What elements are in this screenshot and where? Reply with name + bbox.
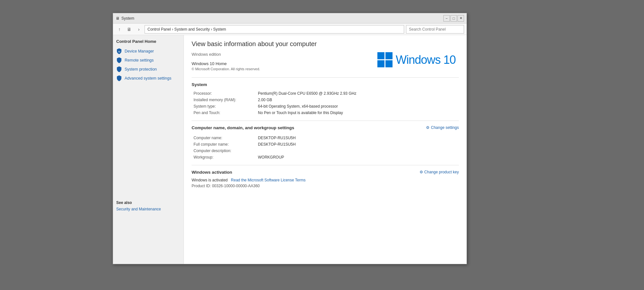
maximize-button[interactable]: □	[450, 15, 457, 22]
divider-3	[192, 165, 459, 165]
computer-section-row: Computer name, domain, and workgroup set…	[192, 125, 459, 133]
device-manager-link[interactable]: Device Manager	[125, 49, 154, 53]
see-also-title: See also	[116, 200, 180, 205]
flag-pane-tr	[385, 52, 393, 59]
system-info-table: Processor: Pentium(R) Dual-Core CPU E650…	[192, 90, 459, 116]
pen-value: No Pen or Touch Input is available for t…	[256, 110, 459, 116]
close-button[interactable]: ✕	[458, 15, 464, 22]
sidebar-item-protection[interactable]: System protection	[116, 66, 180, 72]
change-product-link[interactable]: ⚙ Change product key	[420, 170, 459, 174]
title-bar-controls: − □ ✕	[443, 15, 464, 22]
windows10-text: Windows 10	[396, 53, 456, 67]
system-window: 🖥 System − □ ✕ ↑ 🖥 › Control Panel › Sys…	[113, 13, 467, 264]
type-row: System type: 64-bit Operating System, x6…	[192, 103, 459, 110]
sidebar-title: Control Panel Home	[116, 39, 180, 44]
copyright-text: © Microsoft Corporation. All rights rese…	[192, 67, 459, 71]
back-button[interactable]: ↑	[116, 25, 123, 33]
main-area: Control Panel Home M Device Manager Remo…	[113, 35, 467, 264]
shield-icon-advanced	[116, 75, 122, 81]
workgroup-value: WORKGROUP	[256, 154, 459, 160]
computer-section-heading: Computer name, domain, and workgroup set…	[192, 125, 294, 130]
description-value	[256, 148, 459, 154]
gear-icon-2: ⚙	[420, 170, 423, 174]
divider-1	[192, 77, 459, 78]
system-protection-link[interactable]: System protection	[125, 67, 157, 72]
shield-icon-protection	[116, 66, 122, 72]
pen-row: Pen and Touch: No Pen or Touch Input is …	[192, 110, 459, 116]
description-label: Computer description:	[192, 148, 256, 154]
processor-value: Pentium(R) Dual-Core CPU E6500 @ 2.93GHz…	[256, 90, 459, 97]
full-name-row: Full computer name: DESKTOP-RU1SU5H	[192, 141, 459, 148]
ram-row: Installed memory (RAM): 2.00 GB	[192, 97, 459, 103]
activation-section-row: Windows activation Windows is activated …	[192, 170, 459, 188]
computer-info-table: Computer name: DESKTOP-RU1SU5H Full comp…	[192, 135, 459, 160]
workgroup-row: Workgroup: WORKGROUP	[192, 154, 459, 160]
change-settings-link[interactable]: ⚙ Change settings	[426, 125, 459, 130]
title-bar: 🖥 System − □ ✕	[113, 13, 467, 24]
windows-flag-icon	[377, 52, 393, 67]
change-product-label: Change product key	[424, 170, 459, 174]
content-area: View basic information about your comput…	[184, 35, 467, 264]
ram-label: Installed memory (RAM):	[192, 97, 256, 103]
svg-text:M: M	[118, 50, 120, 53]
breadcrumb[interactable]: Control Panel › System and Security › Sy…	[145, 25, 404, 34]
processor-row: Processor: Pentium(R) Dual-Core CPU E650…	[192, 90, 459, 97]
sidebar: Control Panel Home M Device Manager Remo…	[113, 35, 184, 264]
flag-pane-bl	[377, 60, 384, 67]
page-title: View basic information about your comput…	[192, 40, 459, 48]
processor-label: Processor:	[192, 90, 256, 97]
type-value: 64-bit Operating System, x64-based proce…	[256, 103, 459, 110]
system-section-heading: System	[192, 82, 459, 87]
product-id-row: Product ID: 00326-10000-00000-AA360	[192, 184, 306, 188]
minimize-button[interactable]: −	[443, 15, 450, 22]
breadcrumb-arrow: ›	[135, 25, 143, 33]
shield-icon-remote	[116, 57, 122, 63]
computer-name-label: Computer name:	[192, 135, 256, 141]
sidebar-item-device-manager[interactable]: M Device Manager	[116, 48, 180, 54]
windows-logo-area: Windows 10	[377, 52, 456, 67]
activation-section-heading: Windows activation	[192, 170, 306, 175]
window-title-text: System	[121, 16, 134, 21]
sidebar-item-remote[interactable]: Remote settings	[116, 57, 180, 63]
full-name-label: Full computer name:	[192, 141, 256, 148]
window-title-icon: 🖥	[116, 16, 119, 21]
computer-name-row: Computer name: DESKTOP-RU1SU5H	[192, 135, 459, 141]
breadcrumb-text: Control Panel › System and Security › Sy…	[147, 27, 226, 32]
shield-icon-device: M	[116, 48, 122, 54]
security-maintenance-link[interactable]: Security and Maintenance	[116, 207, 180, 211]
type-label: System type:	[192, 103, 256, 110]
flag-pane-br	[385, 60, 393, 67]
gear-icon: ⚙	[426, 125, 430, 130]
remote-settings-link[interactable]: Remote settings	[125, 58, 154, 63]
full-name-value: DESKTOP-RU1SU5H	[256, 141, 459, 148]
license-link[interactable]: Read the Microsoft Software License Term…	[231, 178, 306, 182]
description-row: Computer description:	[192, 148, 459, 154]
ram-value: 2.00 GB	[256, 97, 459, 103]
computer-icon: 🖥	[125, 25, 133, 33]
title-bar-left: 🖥 System	[116, 16, 134, 21]
flag-pane-tl	[377, 52, 384, 59]
change-settings-label: Change settings	[431, 125, 459, 130]
pen-label: Pen and Touch:	[192, 110, 256, 116]
advanced-system-link[interactable]: Advanced system settings	[125, 76, 171, 81]
workgroup-label: Workgroup:	[192, 154, 256, 160]
product-id-value: 00326-10000-00000-AA360	[212, 184, 260, 188]
activation-status-text: Windows is activated	[192, 178, 228, 182]
sidebar-item-advanced[interactable]: Advanced system settings	[116, 75, 180, 81]
activation-status: Windows is activated Read the Microsoft …	[192, 178, 306, 182]
product-id-label: Product ID:	[192, 184, 211, 188]
divider-2	[192, 121, 459, 121]
search-input[interactable]	[406, 25, 464, 34]
address-bar: ↑ 🖥 › Control Panel › System and Securit…	[113, 24, 467, 35]
computer-name-value: DESKTOP-RU1SU5H	[256, 135, 459, 141]
